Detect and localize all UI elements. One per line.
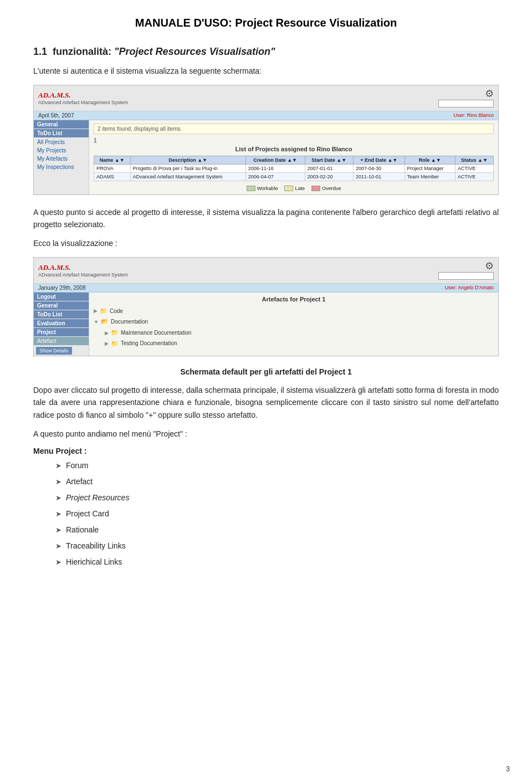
arrow-icon-rationale: ➤ (55, 525, 62, 536)
ss1-main: 2 items found, displaying all items. 1 L… (89, 120, 498, 194)
adams-logo-1: AD.A.M.S. ADvanced Artefact Management S… (38, 91, 128, 105)
row1-name: PROVA (94, 165, 131, 173)
menu-item-label-hierichical: Hierichical Links (66, 556, 122, 568)
row1-role: Project Manager (405, 165, 455, 173)
arrow-icon-hierichical: ➤ (55, 557, 62, 568)
user-label-2: User: Angelo D'Amato (445, 285, 494, 291)
col-creation-date: Creation Date ▲▼ (245, 156, 305, 165)
user-label-1: User: Rino Blanco (453, 112, 494, 119)
col-start-date: Start Date ▲▼ (305, 156, 353, 165)
overdue-label: Overdue (322, 186, 341, 191)
arrow-icon-traceability: ➤ (55, 541, 62, 552)
menu-item-label-artefact: Artefact (66, 476, 93, 488)
sidebar-general-1: General (34, 120, 89, 129)
row1-creation: 2006-11-16 (245, 165, 305, 173)
ss1-page-nav: 1 (94, 137, 494, 144)
sidebar-all-projects[interactable]: All Projects (34, 138, 89, 146)
search-box-1[interactable] (438, 100, 494, 107)
tree-item-testing: ▶ 📁 Testing Documentation (94, 339, 494, 350)
section-number: 1.1 (33, 46, 47, 58)
adams-logo-sub-2: ADvanced Artefact Management System (38, 272, 128, 278)
row1-status: ACTIVE (455, 165, 493, 173)
project-menu-list: ➤ Forum ➤ Artefact ➤ Project Resources ➤… (33, 460, 499, 568)
ss1-layout: General ToDo List All Projects My Projec… (34, 120, 498, 194)
adams-logo-text-2: AD.A.M.S. (38, 263, 128, 272)
section-heading: funzionalità: "Project Resources Visuali… (53, 46, 275, 58)
ss2-sidebar: Logout General ToDo List Evaluation Proj… (34, 293, 89, 356)
table-row: ADAMS ADvanced Artefact Management Syste… (94, 173, 494, 181)
late-color (284, 186, 293, 191)
menu-label: Menu Project : (33, 447, 499, 455)
ss2-artefact-title: Artefacts for Project 1 (94, 296, 494, 303)
ss2-tree: ▶ 📁 Code ▼ 📂 Documentation ▶ 📁 Maintenan… (94, 306, 494, 349)
col-status: Status ▲▼ (455, 156, 493, 165)
sidebar-artefact[interactable]: Artefact (34, 337, 89, 345)
ss2-layout: Logout General ToDo List Evaluation Proj… (34, 293, 498, 356)
menu-item-hierichical: ➤ Hierichical Links (55, 556, 499, 568)
search-box-2[interactable] (438, 272, 494, 280)
tree-label-docs: Documentation (111, 317, 148, 326)
adams-logo-text-1: AD.A.M.S. (38, 91, 128, 100)
adams-logo-2: AD.A.M.S. ADvanced Artefact Management S… (38, 263, 128, 278)
folder-icon-testing: 📁 (111, 339, 119, 349)
menu-item-label-forum: Forum (66, 460, 88, 472)
row1-end: 2007-04-30 (353, 165, 405, 173)
row2-creation: 2006-04-07 (245, 173, 305, 181)
tree-item-code: ▶ 📁 Code (94, 306, 494, 317)
menu-item-rationale: ➤ Rationale (55, 524, 499, 536)
sidebar-logout[interactable]: Logout (34, 293, 89, 301)
menu-item-forum: ➤ Forum (55, 460, 499, 472)
adams-header-2: AD.A.M.S. ADvanced Artefact Management S… (34, 258, 498, 284)
show-details-button[interactable]: Show Details (36, 347, 72, 355)
gear-icon-1: ⚙ (485, 88, 494, 100)
sidebar-project[interactable]: Project (34, 328, 89, 336)
folder-icon-code: 📁 (100, 306, 108, 316)
row2-end: 2011-10-01 (353, 173, 405, 181)
menu-intro: A questo punto andiamo nel menù "Project… (33, 428, 499, 440)
page-number: 3 (506, 765, 510, 773)
row2-role: Team Member (405, 173, 455, 181)
adams-header-right-1: ⚙ (438, 88, 494, 109)
late-label: Late (295, 186, 305, 191)
row2-name: ADAMS (94, 173, 131, 181)
adams-logo-sub-1: ADvanced Artefact Management System (38, 100, 128, 105)
sidebar-my-artefacts[interactable]: My Artefacts (34, 155, 89, 163)
tree-item-docs: ▼ 📂 Documentation (94, 316, 494, 327)
menu-item-project-resources: ➤ Project Resources (55, 492, 499, 504)
gear-icon-2: ⚙ (485, 260, 494, 272)
sidebar-evaluation[interactable]: Evaluation (34, 319, 89, 327)
ss1-sidebar: General ToDo List All Projects My Projec… (34, 120, 89, 194)
sidebar-todo-1: ToDo List (34, 129, 89, 137)
table-row: PROVA Progetto di Prova per i Task su Pl… (94, 165, 494, 173)
date-bar-1: April 5th, 2007 User: Rino Blanco (34, 111, 498, 120)
row1-desc: Progetto di Prova per i Task su Plug-in (130, 165, 245, 173)
screenshot-2: AD.A.M.S. ADvanced Artefact Management S… (33, 257, 499, 356)
middle-text: A questo punto si accede al progetto di … (33, 206, 499, 231)
arrow-icon-artefact: ➤ (55, 476, 62, 488)
sidebar-my-projects[interactable]: My Projects (34, 146, 89, 155)
tree-item-maintenance: ▶ 📁 Maintenance Documentation (94, 327, 494, 339)
workable-color (247, 186, 255, 191)
expand-icon-docs: ▼ (94, 318, 99, 326)
col-name: Name ▲▼ (94, 156, 131, 165)
legend-workable: Workable (247, 186, 278, 191)
ss1-info-bar: 2 items found, displaying all items. (94, 124, 494, 134)
row1-start: 2007-01-01 (305, 165, 353, 173)
sidebar-my-inspections[interactable]: My Inspections (34, 163, 89, 171)
legend-late: Late (284, 186, 305, 191)
menu-item-label-traceability: Traceability Links (66, 540, 126, 552)
ecco-label: Ecco la visualizzazione : (33, 238, 499, 249)
ss1-table-title: List of Projects assigned to Rino Blanco (94, 146, 494, 152)
menu-item-label-rationale: Rationale (66, 524, 99, 536)
sidebar-todo-2[interactable]: ToDo List (34, 310, 89, 319)
menu-item-artefact: ➤ Artefact (55, 476, 499, 488)
col-description: Description ▲▼ (130, 156, 245, 165)
expand-icon-code: ▶ (94, 307, 98, 315)
legend-overdue: Overdue (311, 186, 341, 191)
folder-icon-docs: 📂 (101, 317, 109, 327)
screenshot-caption: Schermata default per gli artefatti del … (33, 367, 499, 376)
workable-label: Workable (257, 186, 278, 191)
sidebar-general-2[interactable]: General (34, 301, 89, 310)
menu-item-label-project-card: Project Card (66, 508, 109, 520)
menu-item-traceability: ➤ Traceability Links (55, 540, 499, 552)
